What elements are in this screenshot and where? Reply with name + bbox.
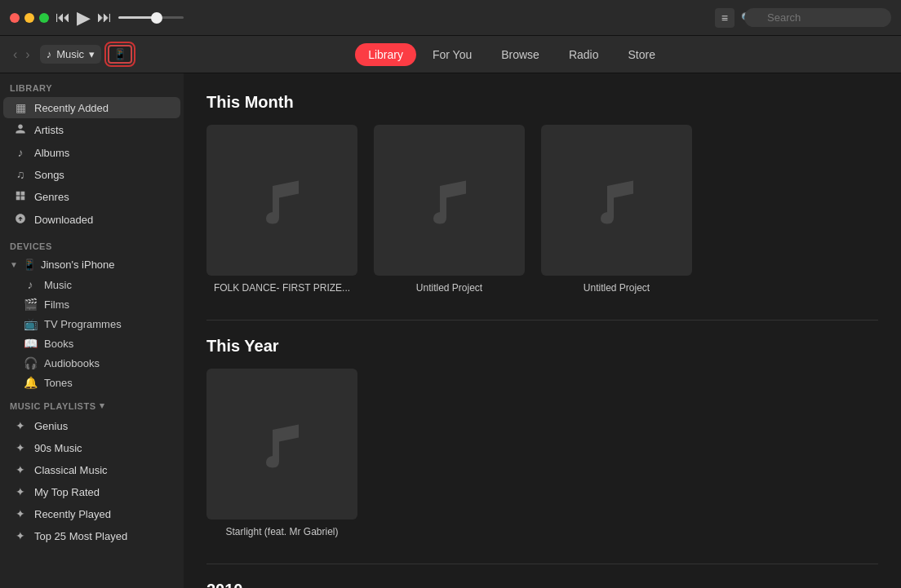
nav-tabs: Library For You Browse Radio Store (132, 43, 891, 66)
subitem-films-label: Films (44, 298, 69, 311)
sidebar-item-albums[interactable]: ♪ Albums (3, 142, 180, 163)
top-25-icon: ✦ (13, 529, 28, 542)
this-year-title: This Year (206, 337, 878, 356)
tab-library[interactable]: Library (355, 43, 416, 66)
subitem-music-label: Music (44, 279, 72, 291)
list-view-button[interactable]: ≡ (715, 8, 735, 28)
rewind-button[interactable]: ⏮ (55, 9, 70, 26)
recently-added-label: Recently Added (34, 102, 109, 114)
close-button[interactable] (10, 13, 20, 23)
tab-for-you[interactable]: For You (419, 43, 485, 66)
subitem-audiobooks-icon: 🎧 (23, 356, 38, 369)
sidebar-item-genius[interactable]: ✦ Genius (3, 415, 180, 436)
toolbar: ‹ › ♪ Music ▾ 📱 Library For You Browse R… (0, 36, 901, 73)
genius-icon: ✦ (13, 419, 28, 432)
90s-music-icon: ✦ (13, 441, 28, 454)
volume-slider[interactable] (118, 16, 184, 19)
fast-forward-button[interactable]: ⏭ (97, 9, 112, 26)
iphone-icon: 📱 (113, 48, 126, 60)
minimize-button[interactable] (24, 13, 34, 23)
sidebar-subitem-films[interactable]: 🎬 Films (0, 294, 184, 314)
songs-label: Songs (34, 169, 64, 181)
maximize-button[interactable] (39, 13, 49, 23)
album-art-year-0 (206, 369, 357, 519)
sidebar-item-my-top-rated[interactable]: ✦ My Top Rated (3, 481, 180, 502)
older-section-title: 2010 (206, 581, 878, 588)
sidebar-item-top-25[interactable]: ✦ Top 25 Most Played (3, 525, 180, 546)
album-card-year-0[interactable]: Starlight (feat. Mr Gabriel) (206, 369, 357, 537)
play-controls: ⏮ ▶ ⏭ (55, 7, 184, 29)
playlists-expand-icon: ▾ (100, 400, 105, 411)
tab-radio[interactable]: Radio (556, 43, 612, 66)
section-divider-1 (206, 320, 878, 321)
subitem-tones-icon: 🔔 (23, 376, 38, 389)
album-card-2[interactable]: Untitled Project (541, 125, 692, 294)
sidebar: Library ▦ Recently Added Artists ♪ Album… (0, 73, 184, 588)
search-input[interactable] (744, 8, 891, 27)
artists-icon (13, 123, 28, 137)
subitem-audiobooks-label: Audiobooks (44, 357, 100, 369)
sidebar-item-recently-added[interactable]: ▦ Recently Added (3, 97, 180, 118)
device-iphone[interactable]: ▼ 📱 Jinson's iPhone (0, 254, 184, 275)
subitem-tv-icon: 📺 (23, 317, 38, 330)
sidebar-subitem-audiobooks[interactable]: 🎧 Audiobooks (0, 353, 184, 373)
album-title-2: Untitled Project (541, 282, 692, 294)
genius-label: Genius (34, 420, 68, 432)
sidebar-item-songs[interactable]: ♫ Songs (3, 164, 180, 185)
sidebar-item-genres[interactable]: Genres (3, 186, 180, 208)
album-art-2 (541, 125, 692, 276)
recently-added-icon: ▦ (13, 101, 28, 114)
genres-icon (13, 190, 28, 204)
sidebar-item-artists[interactable]: Artists (3, 119, 180, 141)
device-button[interactable]: 📱 (108, 45, 132, 64)
main-layout: Library ▦ Recently Added Artists ♪ Album… (0, 73, 901, 588)
subitem-tones-label: Tones (44, 377, 73, 389)
playlists-header-label: Music Playlists (10, 401, 96, 411)
recently-played-label: Recently Played (34, 508, 111, 520)
device-expand-arrow: ▼ (10, 260, 18, 269)
tab-browse[interactable]: Browse (488, 43, 553, 66)
sidebar-subitem-tv-programmes[interactable]: 📺 TV Programmes (0, 314, 184, 334)
music-note-icon: ♪ (47, 48, 52, 60)
album-title-year-0: Starlight (feat. Mr Gabriel) (206, 526, 357, 537)
subitem-films-icon: 🎬 (23, 298, 38, 311)
music-note-placeholder-year-0 (250, 410, 315, 479)
sidebar-subitem-music[interactable]: ♪ Music (0, 275, 184, 294)
library-section-header: Library (0, 73, 184, 96)
content-area: This Month FOLK DANCE- FIRST PRIZE... (184, 73, 901, 588)
sidebar-item-classical-music[interactable]: ✦ Classical Music (3, 459, 180, 480)
albums-icon: ♪ (13, 146, 28, 159)
play-button[interactable]: ▶ (77, 7, 91, 29)
titlebar: ⏮ ▶ ⏭ ≡ 🔍 (0, 0, 901, 36)
90s-music-label: 90s Music (34, 442, 82, 454)
music-selector[interactable]: ♪ Music ▾ (40, 45, 101, 64)
subitem-books-icon: 📖 (23, 337, 38, 350)
playlists-header[interactable]: Music Playlists ▾ (0, 392, 184, 414)
music-note-placeholder-0 (250, 166, 315, 235)
downloaded-icon (13, 213, 28, 227)
album-card-0[interactable]: FOLK DANCE- FIRST PRIZE... (206, 125, 357, 294)
music-note-placeholder-2 (584, 166, 650, 235)
top-25-label: Top 25 Most Played (34, 530, 127, 542)
music-selector-label: Music (56, 48, 84, 60)
album-title-0: FOLK DANCE- FIRST PRIZE... (206, 282, 357, 294)
back-button[interactable]: ‹ (10, 46, 20, 64)
this-month-title: This Month (206, 93, 878, 112)
sidebar-subitem-tones[interactable]: 🔔 Tones (0, 373, 184, 392)
sidebar-item-recently-played[interactable]: ✦ Recently Played (3, 503, 180, 524)
sidebar-subitem-books[interactable]: 📖 Books (0, 334, 184, 353)
tab-store[interactable]: Store (615, 43, 668, 66)
sidebar-item-downloaded[interactable]: Downloaded (3, 209, 180, 231)
album-card-1[interactable]: Untitled Project (374, 125, 525, 294)
sidebar-item-90s-music[interactable]: ✦ 90s Music (3, 437, 180, 458)
device-name: Jinson's iPhone (41, 259, 115, 271)
dropdown-arrow-icon: ▾ (89, 48, 95, 60)
forward-button[interactable]: › (22, 46, 33, 64)
classical-music-icon: ✦ (13, 463, 28, 476)
my-top-rated-label: My Top Rated (34, 486, 100, 498)
this-month-section: This Month FOLK DANCE- FIRST PRIZE... (206, 93, 878, 294)
section-divider-2 (206, 564, 878, 564)
my-top-rated-icon: ✦ (13, 485, 28, 498)
album-art-0 (206, 125, 357, 276)
back-forward-buttons: ‹ › (10, 46, 33, 64)
